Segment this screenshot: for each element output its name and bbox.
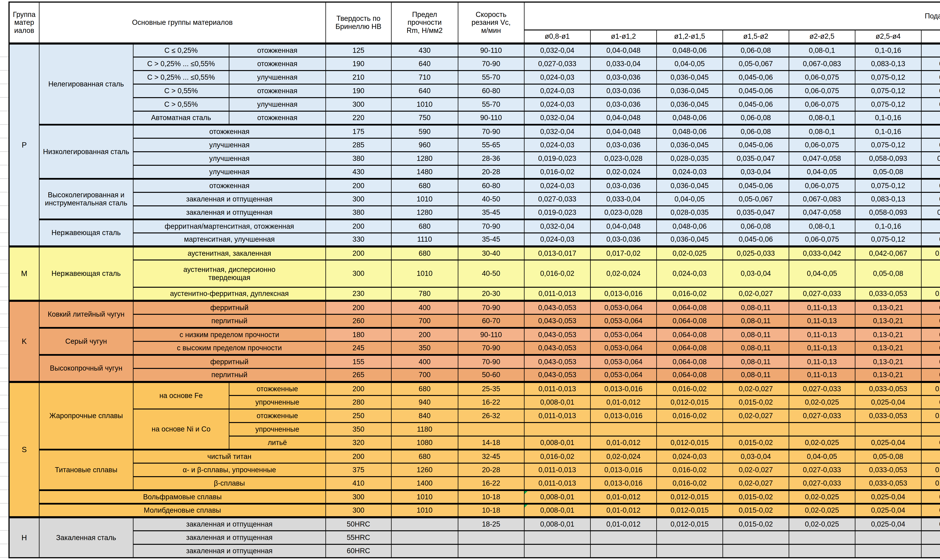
material-label-cell[interactable]: улучшенная xyxy=(229,97,326,111)
feed-cell[interactable]: 0,036-0,045 xyxy=(656,84,723,97)
hardness-cell[interactable]: 60HRC xyxy=(326,544,391,558)
feed-cell[interactable]: 0,048-0,06 xyxy=(656,219,723,233)
speed-cell[interactable]: 16-22 xyxy=(458,395,524,409)
strength-cell[interactable]: 1010 xyxy=(391,490,458,504)
feed-cell[interactable]: 0,053-0,067 xyxy=(921,382,940,395)
diameter-header[interactable]: ø1-ø1,2 xyxy=(590,30,656,43)
feed-cell[interactable]: 0,02-0,025 xyxy=(789,436,855,449)
hardness-cell[interactable]: 300 xyxy=(326,97,391,111)
hardness-cell[interactable]: 50HRC xyxy=(326,517,391,531)
material-label-cell[interactable]: α- и β-сплавы, упрочненные xyxy=(133,463,326,477)
feed-cell[interactable]: 0,02-0,027 xyxy=(723,463,789,477)
feed-cell[interactable]: 0,008-0,01 xyxy=(524,395,590,409)
feed-cell[interactable]: 0,1-0,16 xyxy=(855,111,921,125)
feed-cell[interactable]: 0,027-0,033 xyxy=(789,409,855,422)
feed-cell[interactable]: 0,013-0,016 xyxy=(590,287,656,301)
feed-cell[interactable]: 0,053-0,067 xyxy=(921,409,940,422)
hardness-cell[interactable]: 125 xyxy=(326,43,391,57)
speed-cell[interactable]: 26-32 xyxy=(458,409,524,422)
feed-cell[interactable]: 0,043-0,053 xyxy=(524,328,590,341)
strength-cell[interactable]: 780 xyxy=(391,287,458,301)
material-label-cell[interactable]: на основе Ni и Co xyxy=(133,409,229,449)
feed-cell[interactable]: 0,013-0,016 xyxy=(590,463,656,477)
material-label-cell[interactable]: улучшенная xyxy=(229,71,326,84)
feed-cell[interactable]: 0,06-0,075 xyxy=(789,84,855,97)
feed-cell[interactable]: 0,04-0,05 xyxy=(789,260,855,287)
material-label-cell[interactable]: ферритный xyxy=(133,355,326,368)
feed-cell[interactable]: 0,05-0,08 xyxy=(855,260,921,287)
feed-cell[interactable]: 0,21-0,27 xyxy=(921,301,940,314)
speed-cell[interactable]: 20-30 xyxy=(458,287,524,301)
feed-cell[interactable]: 0,08-0,11 xyxy=(723,341,789,355)
strength-cell[interactable]: 1010 xyxy=(391,97,458,111)
feed-cell[interactable]: 0,033-0,053 xyxy=(855,287,921,301)
hardness-cell[interactable]: 380 xyxy=(326,152,391,165)
material-label-cell[interactable]: ферритный xyxy=(133,301,326,314)
strength-cell[interactable]: 200 xyxy=(391,328,458,341)
feed-cell[interactable]: 0,053-0,067 xyxy=(921,287,940,301)
hardness-cell[interactable]: 200 xyxy=(326,382,391,395)
feed-cell[interactable]: 0,21-0,27 xyxy=(921,368,940,382)
feed-cell[interactable]: 0,04-0,048 xyxy=(590,219,656,233)
feed-cell[interactable]: 0,04-0,048 xyxy=(590,43,656,57)
feed-cell[interactable]: 0,06-0,075 xyxy=(789,71,855,84)
feed-cell[interactable]: 0,013-0,016 xyxy=(590,382,656,395)
feed-cell[interactable]: 0,011-0,013 xyxy=(524,409,590,422)
feed-cell[interactable]: 0,045-0,06 xyxy=(723,179,789,192)
hardness-cell[interactable]: 245 xyxy=(326,341,391,355)
feed-cell[interactable] xyxy=(590,544,656,558)
hardness-cell[interactable]: 430 xyxy=(326,165,391,179)
feed-cell[interactable]: 0,04-0,05 xyxy=(921,490,940,504)
feed-cell[interactable]: 0,13-0,21 xyxy=(855,328,921,341)
material-label-cell[interactable]: C > 0,25% ... ≤0,55% xyxy=(133,57,229,71)
feed-cell[interactable]: 0,047-0,058 xyxy=(789,152,855,165)
feed-cell[interactable]: 0,027-0,033 xyxy=(789,382,855,395)
feed-cell[interactable]: 0,024-0,03 xyxy=(524,84,590,97)
hardness-cell[interactable]: 200 xyxy=(326,219,391,233)
feed-cell[interactable]: 0,13-0,21 xyxy=(855,368,921,382)
feed-cell[interactable]: 0,048-0,06 xyxy=(656,125,723,138)
feed-cell[interactable]: 0,1-0,16 xyxy=(855,43,921,57)
hardness-cell[interactable]: 230 xyxy=(326,287,391,301)
feed-cell[interactable]: 0,03-0,036 xyxy=(590,97,656,111)
feed-cell[interactable]: 0,036-0,045 xyxy=(656,138,723,152)
feed-cell[interactable]: 0,042-0,067 xyxy=(855,246,921,260)
feed-cell[interactable]: 0,04-0,048 xyxy=(590,111,656,125)
hardness-cell[interactable]: 200 xyxy=(326,301,391,314)
feed-cell[interactable] xyxy=(855,531,921,544)
feed-cell[interactable]: 0,08-0,11 xyxy=(723,328,789,341)
diameter-header[interactable]: ø0,8-ø1 xyxy=(524,30,590,43)
feed-cell[interactable]: 0,011-0,013 xyxy=(524,463,590,477)
feed-cell[interactable]: 0,064-0,08 xyxy=(656,314,723,328)
material-label-cell[interactable]: Нержавеющая сталь xyxy=(39,219,133,246)
feed-cell[interactable]: 0,053-0,064 xyxy=(590,355,656,368)
speed-cell[interactable]: 20-28 xyxy=(458,165,524,179)
feed-cell[interactable]: 0,033-0,053 xyxy=(855,463,921,477)
strength-cell[interactable] xyxy=(391,517,458,531)
feed-cell[interactable]: 0,21-0,27 xyxy=(921,314,940,328)
feed-cell[interactable]: 0,093-0,12 xyxy=(921,206,940,219)
feed-cell[interactable]: 0,048-0,06 xyxy=(656,111,723,125)
feed-cell[interactable]: 0,015-0,02 xyxy=(723,517,789,531)
feed-cell[interactable]: 0,027-0,033 xyxy=(524,192,590,206)
material-label-cell[interactable]: перлитный xyxy=(133,368,326,382)
strength-cell[interactable]: 840 xyxy=(391,409,458,422)
group-letter-cell[interactable]: S xyxy=(9,382,39,517)
hardness-cell[interactable]: 200 xyxy=(326,179,391,192)
feed-cell[interactable]: 0,04-0,05 xyxy=(789,449,855,463)
feed-cell[interactable] xyxy=(723,422,789,436)
material-label-cell[interactable]: Молибденовые сплавы xyxy=(39,504,326,517)
feed-cell[interactable]: 0,12-0,15 xyxy=(921,71,940,84)
feed-cell[interactable]: 0,02-0,025 xyxy=(656,246,723,260)
material-label-cell[interactable]: улучшенная xyxy=(133,152,326,165)
speed-cell[interactable]: 55-65 xyxy=(458,138,524,152)
feed-cell[interactable]: 0,025-0,033 xyxy=(723,246,789,260)
material-label-cell[interactable]: отожженная xyxy=(229,84,326,97)
feed-cell[interactable]: 0,043-0,053 xyxy=(524,301,590,314)
feed-cell[interactable]: 0,016-0,02 xyxy=(656,409,723,422)
feed-cell[interactable]: 0,053-0,064 xyxy=(590,314,656,328)
feed-cell[interactable] xyxy=(723,544,789,558)
feed-cell[interactable]: 0,02-0,025 xyxy=(789,490,855,504)
feed-cell[interactable] xyxy=(524,422,590,436)
feed-cell[interactable]: 0,06-0,075 xyxy=(789,179,855,192)
